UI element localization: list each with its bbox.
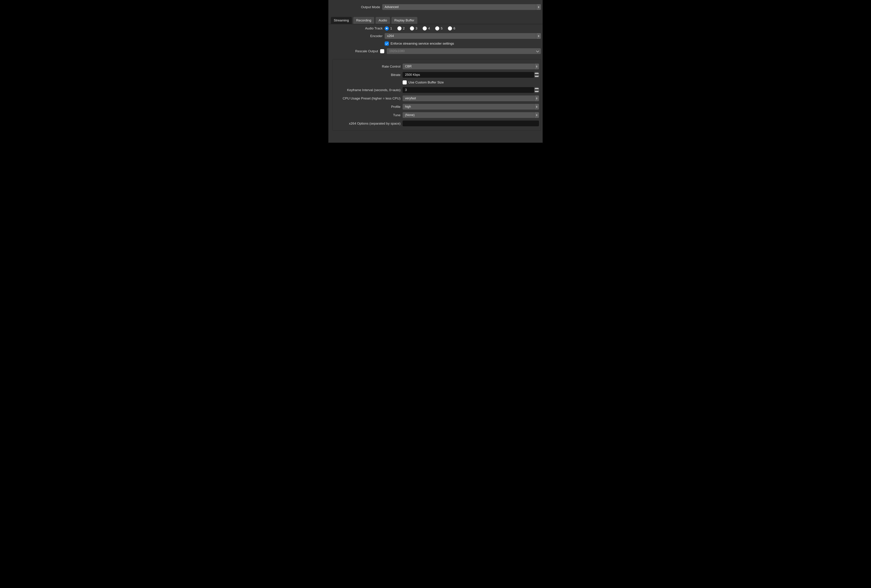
bitrate-stepper[interactable]: [534, 72, 539, 78]
x264-opts-row: x264 Options (separated by space): [334, 121, 539, 126]
cpu-preset-label: CPU Usage Preset (higher = less CPU): [334, 97, 403, 100]
keyframe-label: Keyframe Interval (seconds, 0=auto): [334, 88, 403, 92]
rate-control-select[interactable]: CBR: [403, 64, 539, 69]
encoder-row: Encoder x264: [330, 33, 541, 39]
rate-control-row: Rate Control CBR: [334, 64, 539, 69]
encoder-select[interactable]: x264: [385, 33, 541, 39]
rescale-value: 1920x1080: [389, 49, 405, 53]
bitrate-input[interactable]: 2500 Kbps: [403, 72, 534, 78]
output-mode-select[interactable]: Advanced: [382, 4, 541, 10]
rescale-label: Rescale Output: [330, 49, 380, 53]
cpu-preset-value: veryfast: [405, 97, 416, 100]
audio-track-radio-2-label: 2: [403, 27, 405, 30]
tab-recording-label: Recording: [356, 18, 371, 22]
settings-panel: Output Mode Advanced Streaming Recording…: [328, 0, 543, 143]
audio-track-radio-3[interactable]: [410, 26, 414, 30]
cpu-preset-select[interactable]: veryfast: [403, 96, 539, 101]
rescale-checkbox[interactable]: [380, 49, 384, 53]
enforce-label: Enforce streaming service encoder settin…: [391, 42, 454, 45]
tab-audio[interactable]: Audio: [376, 17, 390, 24]
keyframe-stepper[interactable]: [534, 87, 539, 93]
profile-row: Profile high: [334, 104, 539, 109]
audio-track-radio-4[interactable]: [423, 26, 427, 30]
select-stepper-icon: [536, 4, 541, 10]
tab-recording[interactable]: Recording: [353, 17, 374, 24]
enforce-checkbox[interactable]: [385, 42, 389, 46]
audio-track-radio-4-label: 4: [428, 27, 430, 30]
x264-opts-input[interactable]: [403, 121, 539, 126]
audio-track-radio-5[interactable]: [435, 26, 439, 30]
custom-buffer-row: Use Custom Buffer Size: [334, 80, 539, 84]
audio-track-radio-1-label: 1: [390, 27, 392, 30]
tune-row: Tune (None): [334, 112, 539, 118]
output-mode-label: Output Mode: [330, 5, 382, 9]
audio-track-radio-3-label: 3: [416, 27, 418, 30]
bitrate-step-down[interactable]: [534, 75, 539, 78]
custom-buffer-label: Use Custom Buffer Size: [409, 81, 444, 84]
select-stepper-icon: [536, 33, 541, 39]
audio-track-radios: 1 2 3 4 5 6: [385, 26, 460, 30]
bitrate-step-up[interactable]: [534, 72, 539, 75]
encoder-settings-group: Rate Control CBR Bitrate 2500 Kbps: [332, 59, 541, 131]
enforce-row: Enforce streaming service encoder settin…: [330, 42, 541, 46]
select-stepper-icon: [534, 64, 539, 69]
select-stepper-icon: [534, 96, 539, 101]
bitrate-label: Bitrate: [334, 73, 403, 77]
profile-label: Profile: [334, 105, 403, 109]
bitrate-value: 2500 Kbps: [405, 73, 420, 77]
rate-control-value: CBR: [405, 64, 412, 68]
keyframe-step-down[interactable]: [534, 90, 539, 93]
select-stepper-icon: [534, 104, 539, 109]
tab-audio-label: Audio: [379, 18, 387, 22]
audio-track-radio-2[interactable]: [397, 26, 401, 30]
keyframe-row: Keyframe Interval (seconds, 0=auto) 3: [334, 87, 539, 93]
audio-track-radio-1[interactable]: [385, 26, 389, 30]
tab-streaming[interactable]: Streaming: [331, 17, 352, 24]
custom-buffer-checkbox[interactable]: [403, 80, 407, 84]
select-stepper-icon: [534, 112, 539, 118]
bitrate-row: Bitrate 2500 Kbps: [334, 72, 539, 78]
audio-track-row: Audio Track 1 2 3 4 5 6: [330, 26, 541, 30]
cpu-preset-row: CPU Usage Preset (higher = less CPU) ver…: [334, 96, 539, 101]
tune-select[interactable]: (None): [403, 112, 539, 118]
output-mode-value: Advanced: [385, 5, 398, 9]
streaming-section: Audio Track 1 2 3 4 5 6 Encoder: [328, 24, 543, 56]
encoder-value: x264: [387, 34, 394, 38]
audio-track-radio-6-label: 6: [453, 27, 455, 30]
chevron-down-icon: [535, 48, 540, 54]
keyframe-input[interactable]: 3: [403, 87, 534, 93]
rescale-combo[interactable]: 1920x1080: [387, 48, 541, 54]
tab-replay-buffer[interactable]: Replay Buffer: [391, 17, 418, 24]
audio-track-radio-5-label: 5: [441, 27, 443, 30]
rescale-row: Rescale Output 1920x1080: [330, 48, 541, 54]
tune-value: (None): [405, 113, 415, 117]
profile-value: high: [405, 105, 411, 109]
tab-streaming-label: Streaming: [334, 18, 349, 22]
profile-select[interactable]: high: [403, 104, 539, 109]
rate-control-label: Rate Control: [334, 64, 403, 69]
x264-opts-label: x264 Options (separated by space): [334, 121, 403, 126]
keyframe-value: 3: [405, 88, 407, 92]
output-mode-row: Output Mode Advanced: [328, 0, 543, 10]
tune-label: Tune: [334, 113, 403, 117]
keyframe-step-up[interactable]: [534, 87, 539, 90]
audio-track-radio-6[interactable]: [448, 26, 452, 30]
screen: Output Mode Advanced Streaming Recording…: [309, 0, 562, 143]
encoder-label: Encoder: [330, 34, 385, 38]
tab-replay-buffer-label: Replay Buffer: [394, 18, 415, 22]
output-tabs: Streaming Recording Audio Replay Buffer: [331, 17, 543, 24]
audio-track-label: Audio Track: [330, 27, 385, 30]
